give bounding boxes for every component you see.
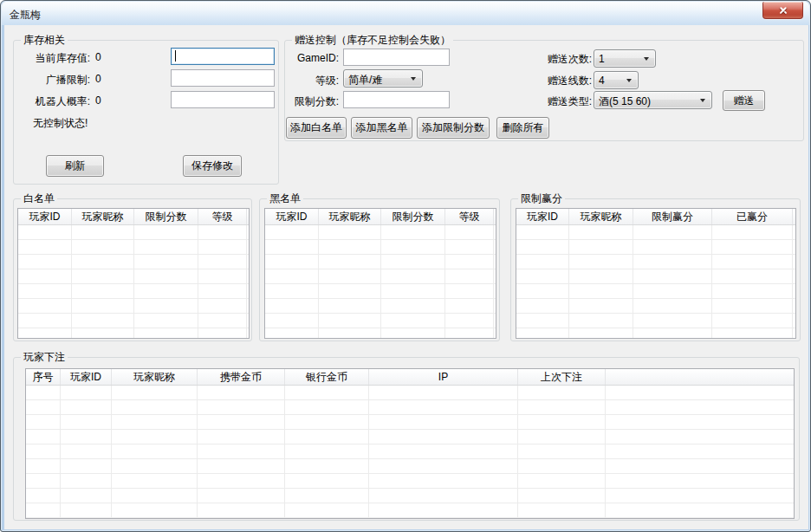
table-cell — [18, 269, 72, 283]
table-row[interactable] — [26, 474, 794, 489]
column-header[interactable]: 已赢分 — [712, 209, 793, 224]
table-cell — [198, 518, 285, 519]
column-header[interactable]: 上次下注 — [518, 369, 606, 385]
table-cell-filler — [793, 225, 795, 239]
column-header[interactable]: 玩家ID — [61, 369, 112, 385]
column-header[interactable]: 等级 — [445, 209, 494, 224]
table-row[interactable] — [265, 299, 496, 314]
table-cell — [198, 386, 285, 399]
table-row[interactable] — [26, 430, 794, 444]
title-bar[interactable]: 金瓶梅 — [2, 2, 809, 25]
table-row[interactable] — [265, 225, 496, 240]
win-limit-table[interactable]: 玩家ID玩家昵称限制赢分已赢分 — [516, 208, 796, 339]
limit-score-input[interactable] — [343, 91, 450, 108]
add-limit-score-button[interactable]: 添加限制分数 — [417, 117, 490, 139]
table-row[interactable] — [18, 328, 249, 339]
gift-lines-select[interactable]: 4 — [594, 71, 639, 89]
table-row[interactable] — [26, 503, 794, 518]
table-row[interactable] — [265, 269, 496, 284]
table-cell — [712, 284, 793, 298]
table-cell — [285, 518, 369, 519]
column-header[interactable]: 序号 — [26, 369, 61, 385]
table-row[interactable] — [516, 255, 795, 269]
table-cell — [518, 415, 606, 429]
table-row[interactable] — [26, 444, 794, 459]
table-cell — [198, 240, 247, 254]
column-header[interactable]: 玩家昵称 — [72, 209, 134, 224]
gift-times-select[interactable]: 1 — [594, 49, 656, 68]
table-row[interactable] — [26, 459, 794, 474]
level-select-value: 简单/难 — [348, 73, 382, 88]
table-cell — [516, 225, 569, 239]
table-row[interactable] — [18, 299, 249, 314]
table-row[interactable] — [18, 255, 249, 269]
player-bets-table[interactable]: 序号玩家ID玩家昵称携带金币银行金币IP上次下注 — [25, 368, 795, 519]
table-row[interactable] — [516, 269, 795, 284]
table-cell — [319, 284, 381, 298]
table-cell — [518, 386, 606, 399]
table-row[interactable] — [516, 314, 795, 328]
table-row[interactable] — [265, 314, 496, 328]
table-row[interactable] — [26, 489, 794, 503]
gift-type-select[interactable]: 酒(5 15 60) — [594, 91, 712, 109]
table-row[interactable] — [26, 415, 794, 430]
column-header[interactable]: 玩家ID — [18, 209, 72, 224]
table-row[interactable] — [26, 386, 794, 400]
column-header[interactable]: 银行金币 — [285, 369, 369, 385]
save-changes-button[interactable]: 保存修改 — [183, 155, 242, 177]
whitelist-table[interactable]: 玩家ID玩家昵称限制分数等级 — [17, 208, 250, 339]
table-cell-filler — [606, 415, 794, 429]
add-whitelist-button[interactable]: 添加白名单 — [286, 117, 347, 139]
broadcast-limit-input[interactable] — [171, 69, 275, 87]
column-header[interactable]: 玩家昵称 — [319, 209, 381, 224]
column-header[interactable]: IP — [369, 369, 518, 385]
refresh-button[interactable]: 刷新 — [46, 155, 104, 177]
table-row[interactable] — [26, 400, 794, 415]
table-row[interactable] — [265, 328, 496, 339]
table-row[interactable] — [18, 225, 249, 240]
whitelist-group-title: 白名单 — [21, 192, 57, 204]
table-cell — [198, 415, 285, 429]
column-header[interactable]: 玩家ID — [265, 209, 319, 224]
table-cell — [72, 299, 134, 313]
robot-rate-input[interactable] — [171, 91, 275, 108]
table-row[interactable] — [265, 240, 496, 255]
table-cell — [134, 240, 198, 254]
table-row[interactable] — [516, 299, 795, 314]
column-header[interactable]: 玩家ID — [516, 209, 569, 224]
delete-all-button[interactable]: 删除所有 — [496, 117, 549, 139]
table-cell — [198, 328, 247, 339]
column-header[interactable]: 限制赢分 — [633, 209, 712, 224]
table-cell — [112, 444, 198, 458]
table-cell — [285, 430, 369, 444]
table-cell — [516, 299, 569, 313]
table-row[interactable] — [265, 284, 496, 299]
current-stock-input[interactable] — [171, 48, 275, 65]
table-row[interactable] — [516, 284, 795, 299]
table-cell — [712, 225, 793, 239]
limit-score-label: 限制分数: — [285, 94, 339, 109]
add-blacklist-button[interactable]: 添加黑名单 — [351, 117, 412, 139]
table-row[interactable] — [265, 255, 496, 269]
level-select[interactable]: 简单/难 — [343, 69, 423, 88]
column-header[interactable]: 限制分数 — [134, 209, 198, 224]
column-header[interactable]: 等级 — [198, 209, 247, 224]
table-cell — [112, 459, 198, 473]
column-header[interactable]: 玩家昵称 — [569, 209, 633, 224]
table-row[interactable] — [18, 240, 249, 255]
table-row[interactable] — [516, 240, 795, 255]
table-row[interactable] — [18, 269, 249, 284]
table-cell-filler — [606, 444, 794, 458]
table-row[interactable] — [516, 225, 795, 240]
table-row[interactable] — [26, 518, 794, 519]
gameid-input[interactable] — [343, 49, 450, 66]
blacklist-table[interactable]: 玩家ID玩家昵称限制分数等级 — [264, 208, 496, 339]
gift-button[interactable]: 赠送 — [723, 90, 765, 111]
column-header[interactable]: 玩家昵称 — [112, 369, 198, 385]
table-row[interactable] — [18, 284, 249, 299]
column-header[interactable]: 限制分数 — [381, 209, 445, 224]
column-header[interactable]: 携带金币 — [198, 369, 285, 385]
table-row[interactable] — [18, 314, 249, 328]
table-row[interactable] — [516, 328, 795, 339]
close-button[interactable] — [762, 2, 803, 19]
